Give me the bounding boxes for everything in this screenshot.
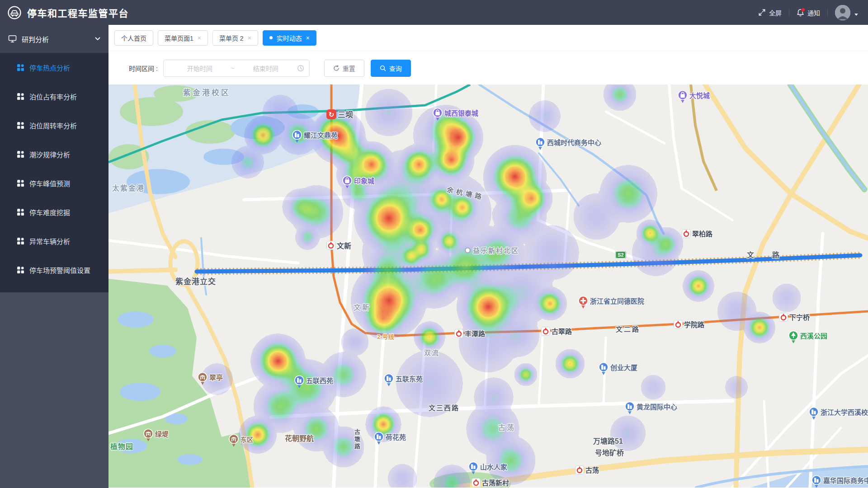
fullscreen-icon [758,9,766,16]
metro-pin-icon [454,329,463,338]
sidebar-group-analysis[interactable]: 研判分析 [0,25,108,53]
sidebar-item-label: 泊位占有率分析 [29,92,77,101]
sidebar-item-2[interactable]: 泊位周转率分析 [0,111,108,140]
query-label: 查询 [389,64,402,73]
tab-3[interactable]: 实时动态× [263,30,316,46]
refresh-icon [333,65,340,71]
hospital-pin-icon [578,296,589,309]
map-marker-shop: 印象城 [342,175,374,189]
chevron-down-icon [95,37,100,41]
tab-label: 菜单页 2 [219,33,244,42]
close-icon[interactable]: × [306,35,310,41]
map-marker-label: 下宁桥 [789,312,810,322]
grid-icon [17,267,24,273]
reset-label: 重置 [343,64,355,73]
map-marker-label: 古翠路 [552,326,572,336]
close-icon[interactable]: × [248,35,251,41]
sidebar-item-label: 停车峰值预测 [29,178,70,188]
map-marker-label: 浙江大学西溪校区 [821,407,868,417]
shop-pin-icon [342,175,353,189]
start-time-placeholder: 开始时间 [169,64,231,73]
sidebar-group-label: 研判分析 [22,34,49,44]
sidebar-item-3[interactable]: 潮汐规律分析 [0,140,108,169]
map-marker-label: 荷花苑 [386,432,406,441]
sidebar-item-label: 泊位周转率分析 [29,121,77,130]
sidebar: 研判分析 停车热点分析泊位占有率分析泊位周转率分析潮汐规律分析停车峰值预测停车难… [0,25,108,488]
map-marker-metro: 古荡新村 [472,478,509,487]
building-pin-icon [535,137,546,150]
sidebar-item-6[interactable]: 异常车辆分析 [0,226,108,255]
map-marker-pavilion: 东区 [228,434,253,447]
heatmap-map[interactable]: 紫金港校区太紫金港余杭塘路紫金港立交文路益乐新村北区2-号线文二路文三西路文新双… [108,84,868,488]
map-marker-label: 创业大厦 [610,362,637,372]
close-icon[interactable]: × [198,35,201,41]
map-marker-label: 东区 [241,435,253,444]
notification-button[interactable]: 通知 [797,8,820,17]
monitor-icon [8,35,17,43]
tab-2[interactable]: 菜单页 2× [212,30,258,46]
map-marker-shop: 城西银泰城 [432,108,478,121]
query-button[interactable]: 查询 [371,60,411,77]
map-marker-label: 五联东苑 [396,374,423,383]
shop-pin-icon [677,90,688,103]
map-marker-building: 黄龙国际中心 [624,401,677,415]
avatar [835,5,850,20]
map-marker-metro: 丰潭路 [454,328,485,338]
map-marker-building: 嘉华国际商务中心 [811,475,868,488]
user-menu[interactable] [835,5,858,20]
map-marker-building: 西城时代商务中心 [535,137,601,150]
map-marker-label: 城西银泰城 [444,108,478,117]
map-marker-pavilion: 绿堤 [143,428,169,442]
map-marker-label: 翠柏路 [692,229,712,238]
map-marker-label: 嘉华国际商务中心 [823,475,868,485]
pavilion-pin-icon [197,372,208,385]
map-marker-label: 三坝 [338,108,353,120]
building-pin-icon [808,407,819,420]
sidebar-item-0[interactable]: 停车热点分析 [0,53,108,82]
clock-icon [297,65,304,72]
map-marker-metro: 古荡 [575,465,599,474]
map-marker-label: 绿堤 [155,429,169,438]
map-marker-label: 浙江省立同德医院 [590,296,644,305]
map-marker-building: 创业大厦 [598,362,637,375]
building-pin-icon [598,362,609,375]
pavilion-pin-icon [228,434,239,447]
app-title: 停车和工程车监管平台 [27,6,129,19]
shop-pin-icon [432,108,443,121]
pavilion-pin-icon [143,428,154,442]
building-pin-icon [292,130,302,143]
time-range-label: 时间区间 : [129,64,158,73]
grid-icon [17,209,24,216]
sidebar-item-5[interactable]: 停车难度挖掘 [0,197,108,226]
tab-0[interactable]: 个人首页 [114,30,153,46]
building-pin-icon [383,373,394,387]
metro-pin-icon [779,313,788,322]
time-range-input[interactable]: 开始时间 ~ 结束时间 [163,60,310,77]
building-pin-icon [624,401,635,415]
map-marker-hospital: 浙江省立同德医院 [578,296,644,309]
building-pin-icon [468,461,479,475]
tab-1[interactable]: 菜单页面1× [158,30,208,46]
sidebar-item-1[interactable]: 泊位占有率分析 [0,82,108,111]
tab-label: 菜单页面1 [165,33,193,42]
building-pin-icon [811,475,822,488]
map-marker-label: 大悦城 [689,90,710,100]
fullscreen-button[interactable]: 全屏 [758,8,782,17]
map-marker-metro: 古翠路 [541,326,572,336]
map-marker-metro-loop: ↻三坝 [326,108,353,120]
map-marker-label: 翠亭 [209,372,223,382]
building-pin-icon [294,375,305,389]
app-header: 停车和工程车监管平台 全屏 通知 [0,0,868,25]
fullscreen-label: 全屏 [769,8,782,17]
sidebar-item-7[interactable]: 停车场预警阈值设置 [0,255,108,284]
sidebar-item-4[interactable]: 停车峰值预测 [0,169,108,197]
map-marker-building: 浙江大学西溪校区 [808,407,868,420]
sidebar-footer-space [0,292,108,488]
map-marker-building: 五联西苑 [294,375,333,389]
park-pin-icon [788,330,799,344]
map-marker-building: 五联东苑 [383,373,423,387]
notification-dot [801,8,805,12]
sidebar-item-label: 停车难度挖掘 [29,207,70,217]
map-marker-metro: 文新 [326,240,351,251]
reset-button[interactable]: 重置 [324,60,364,77]
